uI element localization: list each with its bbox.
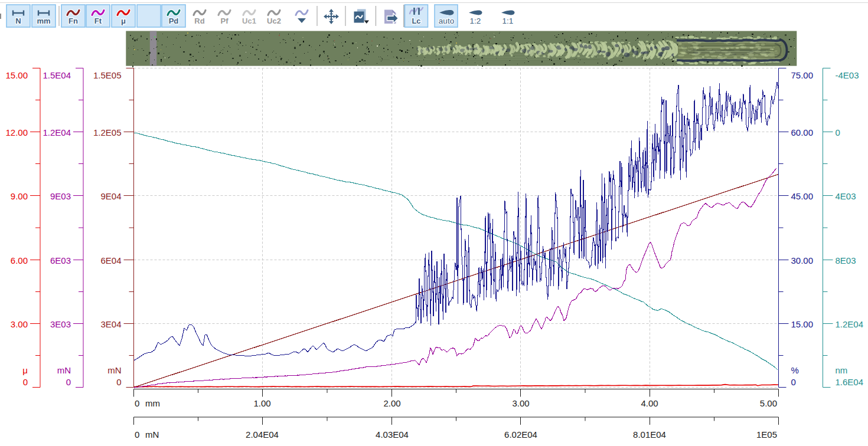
svg-text:75.00: 75.00 xyxy=(791,70,814,80)
svg-text:nm: nm xyxy=(836,365,848,375)
svg-text:3E04: 3E04 xyxy=(100,319,121,329)
svg-text:6E04: 6E04 xyxy=(100,255,121,265)
svg-text:mN: mN xyxy=(145,429,159,440)
svg-text:1.6E04: 1.6E04 xyxy=(836,377,864,387)
svg-text:μ: μ xyxy=(22,365,28,375)
svg-text:12.00: 12.00 xyxy=(5,127,28,137)
svg-text:0: 0 xyxy=(23,377,28,387)
svg-text:2.00: 2.00 xyxy=(383,398,400,408)
svg-text:3.00: 3.00 xyxy=(512,398,529,408)
svg-text:mN: mN xyxy=(57,365,71,375)
svg-text:1:2: 1:2 xyxy=(470,17,481,25)
svg-text:15.00: 15.00 xyxy=(791,319,814,329)
svg-text:8.01E04: 8.01E04 xyxy=(633,429,666,440)
svg-text:Pf: Pf xyxy=(221,17,229,25)
svg-text:1:1: 1:1 xyxy=(502,17,514,25)
svg-text:mN: mN xyxy=(107,365,121,375)
svg-text:45.00: 45.00 xyxy=(791,191,814,201)
svg-text:1.2E05: 1.2E05 xyxy=(93,127,122,137)
svg-text:Uc1: Uc1 xyxy=(242,17,256,25)
svg-text:8E03: 8E03 xyxy=(836,255,856,265)
svg-text:5.00: 5.00 xyxy=(760,398,777,408)
svg-text:μ: μ xyxy=(121,17,126,25)
svg-text:Rd: Rd xyxy=(194,17,204,25)
svg-text:Ft: Ft xyxy=(94,17,102,25)
svg-text:4.03E04: 4.03E04 xyxy=(376,429,409,440)
svg-text:%: % xyxy=(791,365,799,375)
svg-text:0: 0 xyxy=(135,429,139,440)
svg-text:3.00: 3.00 xyxy=(11,319,28,329)
svg-text:mm: mm xyxy=(37,17,50,25)
svg-text:30.00: 30.00 xyxy=(791,255,814,265)
svg-text:Uc2: Uc2 xyxy=(267,17,281,25)
svg-text:4E03: 4E03 xyxy=(836,191,856,201)
svg-text:Fn: Fn xyxy=(68,17,78,25)
svg-text:1.00: 1.00 xyxy=(253,398,270,408)
svg-text:1.5E05: 1.5E05 xyxy=(93,70,122,80)
svg-text:6.02E04: 6.02E04 xyxy=(504,429,537,440)
svg-text:Lc: Lc xyxy=(412,17,420,25)
svg-text:0: 0 xyxy=(791,377,796,387)
svg-text:9E04: 9E04 xyxy=(100,191,121,201)
svg-text:15.00: 15.00 xyxy=(5,70,28,80)
svg-text:0: 0 xyxy=(836,127,840,137)
svg-text:9E03: 9E03 xyxy=(50,191,71,201)
svg-text:mm: mm xyxy=(145,398,160,408)
svg-text:2.04E04: 2.04E04 xyxy=(246,429,279,440)
svg-text:3E03: 3E03 xyxy=(50,319,71,329)
svg-text:60.00: 60.00 xyxy=(791,127,814,137)
svg-text:1.5E04: 1.5E04 xyxy=(43,70,71,80)
svg-text:0: 0 xyxy=(135,398,139,408)
svg-text:9.00: 9.00 xyxy=(11,191,28,201)
svg-text:auto: auto xyxy=(439,17,454,25)
svg-text:Pd: Pd xyxy=(169,17,179,25)
svg-text:1E05: 1E05 xyxy=(756,429,777,440)
svg-text:6.00: 6.00 xyxy=(11,255,28,265)
svg-text:N: N xyxy=(15,17,21,25)
svg-text:1.2E04: 1.2E04 xyxy=(43,127,71,137)
svg-text:-4E03: -4E03 xyxy=(836,70,859,80)
svg-text:4.00: 4.00 xyxy=(641,398,658,408)
svg-text:6E03: 6E03 xyxy=(50,255,71,265)
svg-text:0: 0 xyxy=(116,377,121,387)
svg-text:0: 0 xyxy=(66,377,71,387)
svg-text:1.2E04: 1.2E04 xyxy=(836,319,864,329)
